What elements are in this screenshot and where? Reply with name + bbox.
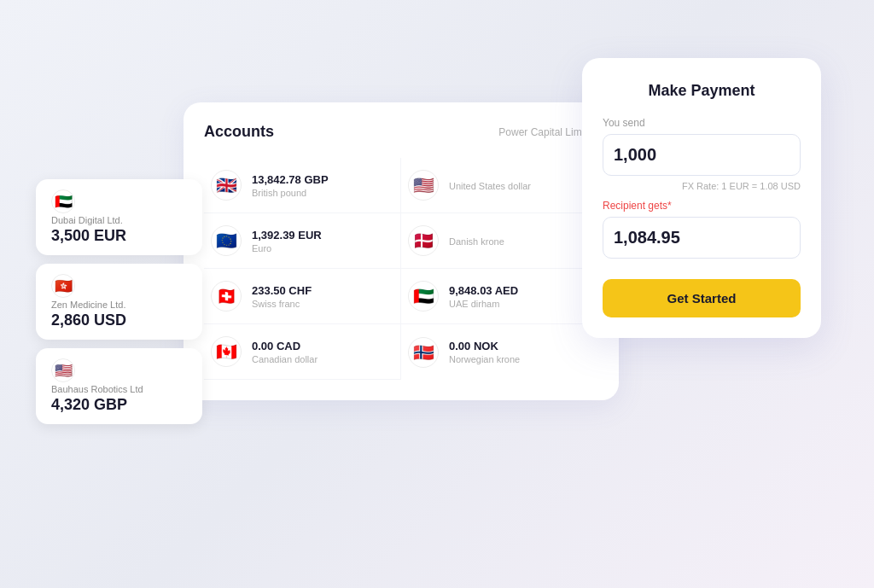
- currency-row-eur[interactable]: 🇪🇺 1,392.39 EUR Euro: [204, 213, 401, 269]
- dubai-card[interactable]: 🇦🇪 Dubai Digital Ltd. 3,500 EUR: [36, 179, 202, 255]
- gbp-name: British pound: [252, 188, 329, 198]
- chf-amount: 233.50 CHF: [252, 284, 312, 297]
- cad-info: 0.00 CAD Canadian dollar: [252, 340, 318, 364]
- dubai-card-name: Dubai Digital Ltd.: [51, 215, 187, 225]
- zen-card-amount: 2,860 USD: [51, 311, 187, 329]
- dkk-name: Danish krone: [449, 236, 504, 247]
- aed-info: 9,848.03 AED UAE dirham: [449, 284, 518, 309]
- nok-info: 0.00 NOK Norwegian krone: [449, 340, 520, 364]
- currency-row-gbp[interactable]: 🇬🇧 13,842.78 GBP British pound: [204, 158, 401, 213]
- aed-flag-icon: 🇦🇪: [408, 281, 439, 311]
- recipient-gets-label: Recipient gets*: [603, 200, 801, 212]
- usd-name: United States dollar: [449, 181, 531, 191]
- aed-name: UAE dirham: [449, 299, 518, 309]
- currency-row-usd[interactable]: 🇺🇸 United States dollar: [401, 158, 598, 213]
- gbp-flag-icon: 🇬🇧: [211, 170, 242, 201]
- bauhaus-card-amount: 4,320 GBP: [51, 396, 187, 414]
- recipient-asterisk: *: [667, 200, 672, 212]
- currency-row-nok[interactable]: 🇳🇴 0.00 NOK Norwegian krone: [401, 324, 598, 380]
- payment-title: Make Payment: [603, 82, 801, 100]
- eur-flag-icon: 🇪🇺: [211, 225, 242, 256]
- get-started-button[interactable]: Get Started: [603, 279, 801, 317]
- zen-card[interactable]: 🇭🇰 Zen Medicine Ltd. 2,860 USD: [36, 264, 202, 340]
- currency-row-dkk[interactable]: 🇩🇰 Danish krone: [401, 213, 598, 269]
- bauhaus-flag-icon: 🇺🇸: [51, 358, 75, 382]
- dkk-info: Danish krone: [449, 235, 504, 247]
- dubai-flag-icon: 🇦🇪: [51, 189, 75, 213]
- gbp-amount: 13,842.78 GBP: [252, 173, 329, 186]
- send-amount-input[interactable]: [603, 135, 801, 175]
- currency-row-chf[interactable]: 🇨🇭 233.50 CHF Swiss franc: [204, 269, 401, 324]
- left-account-cards: 🇦🇪 Dubai Digital Ltd. 3,500 EUR 🇭🇰 Zen M…: [36, 179, 202, 424]
- accounts-title: Accounts: [204, 123, 274, 141]
- chf-name: Swiss franc: [252, 299, 312, 309]
- eur-info: 1,392.39 EUR Euro: [252, 229, 322, 253]
- currency-row-aed[interactable]: 🇦🇪 9,848.03 AED UAE dirham: [401, 269, 598, 324]
- currency-row-cad[interactable]: 🇨🇦 0.00 CAD Canadian dollar: [204, 324, 401, 380]
- fx-rate-text: FX Rate: 1 EUR = 1.08 USD: [603, 181, 801, 191]
- accounts-header: Accounts Power Capital Limited: [204, 123, 598, 141]
- accounts-grid: 🇬🇧 13,842.78 GBP British pound 🇺🇸 United…: [204, 158, 598, 380]
- nok-flag-icon: 🇳🇴: [408, 337, 439, 368]
- bauhaus-card-name: Bauhaus Robotics Ltd: [51, 384, 187, 394]
- send-input-row: 🌐 EUR ▾: [603, 134, 801, 176]
- dkk-flag-icon: 🇩🇰: [408, 225, 439, 256]
- eur-name: Euro: [252, 243, 322, 253]
- dubai-card-amount: 3,500 EUR: [51, 227, 187, 245]
- cad-amount: 0.00 CAD: [252, 340, 318, 352]
- recipient-input-row: 🇺🇸 USD ▾: [603, 217, 801, 259]
- cad-flag-icon: 🇨🇦: [211, 336, 242, 367]
- eur-amount: 1,392.39 EUR: [252, 229, 322, 242]
- chf-info: 233.50 CHF Swiss franc: [252, 284, 312, 309]
- gbp-info: 13,842.78 GBP British pound: [252, 173, 329, 198]
- you-send-label: You send: [603, 117, 801, 129]
- bauhaus-card[interactable]: 🇺🇸 Bauhaus Robotics Ltd 4,320 GBP: [36, 348, 202, 424]
- nok-amount: 0.00 NOK: [449, 340, 520, 352]
- aed-amount: 9,848.03 AED: [449, 284, 518, 297]
- nok-name: Norwegian krone: [449, 354, 520, 364]
- zen-flag-icon: 🇭🇰: [51, 274, 75, 298]
- recipient-amount-input[interactable]: [603, 218, 801, 258]
- cad-name: Canadian dollar: [252, 354, 318, 364]
- chf-flag-icon: 🇨🇭: [211, 281, 242, 311]
- payment-panel: Make Payment You send 🌐 EUR ▾ FX Rate: 1…: [582, 58, 821, 338]
- usd-flag-icon: 🇺🇸: [408, 170, 439, 201]
- zen-card-name: Zen Medicine Ltd.: [51, 300, 187, 310]
- usd-info: United States dollar: [449, 179, 531, 191]
- accounts-panel: Accounts Power Capital Limited 🇬🇧 13,842…: [184, 102, 619, 400]
